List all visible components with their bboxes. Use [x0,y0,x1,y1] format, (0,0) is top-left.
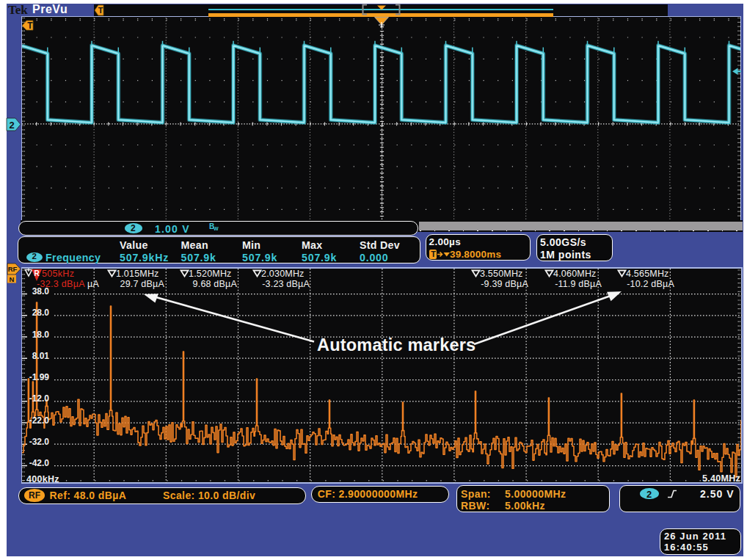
svg-text:N: N [10,275,15,283]
svg-text:RF: RF [8,265,18,273]
svg-text:R: R [34,269,40,277]
